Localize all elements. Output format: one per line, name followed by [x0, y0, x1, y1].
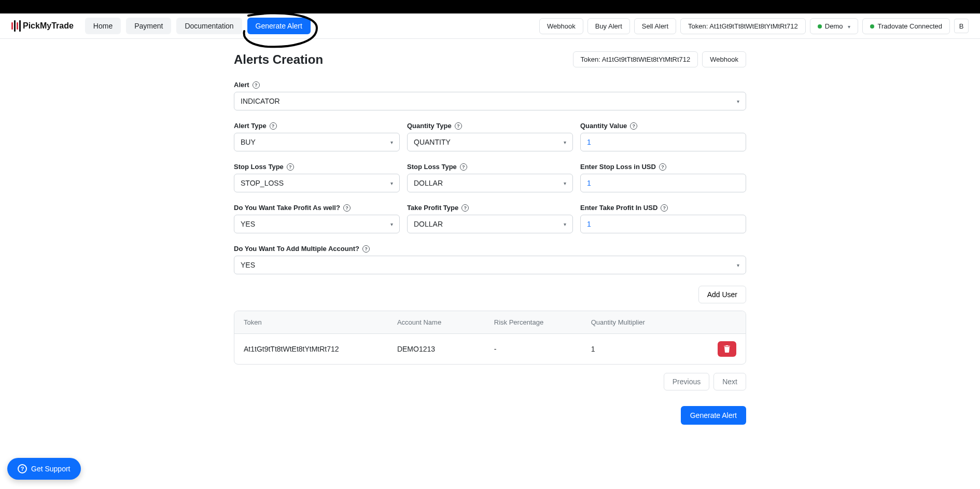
prev-button[interactable]: Previous — [664, 373, 709, 390]
input-take-profit-usd-field[interactable] — [587, 220, 739, 228]
select-quantity-type[interactable]: QUANTITY▾ — [407, 133, 573, 151]
help-icon[interactable]: ? — [460, 163, 467, 171]
input-quantity-value[interactable] — [580, 133, 746, 151]
field-stop-loss-usd: Enter Stop Loss in USD? — [580, 163, 746, 192]
nav-buy-alert[interactable]: Buy Alert — [587, 18, 630, 34]
field-alert: Alert? INDICATOR▾ — [234, 81, 746, 110]
chevron-down-icon: ▾ — [564, 221, 566, 227]
select-stop-loss-type-b[interactable]: DOLLAR▾ — [407, 174, 573, 192]
help-icon[interactable]: ? — [253, 81, 260, 89]
td-token: At1tGt9tTt8tWtEt8tYtMtRt712 — [244, 345, 397, 353]
user-initial: B — [959, 22, 964, 30]
label-take-profit-usd: Enter Take Profit In USD — [580, 204, 657, 212]
status-dot-icon — [870, 24, 874, 29]
nav-left: Home Payment Documentation Generate Aler… — [85, 18, 311, 34]
nav-webhook[interactable]: Webhook — [539, 18, 583, 34]
select-multi-account[interactable]: YES▾ — [234, 256, 746, 274]
label-take-profit-type: Take Profit Type — [407, 204, 458, 212]
help-icon[interactable]: ? — [455, 122, 462, 130]
th-token: Token — [244, 318, 397, 326]
select-stop-loss-type-a[interactable]: STOP_LOSS▾ — [234, 174, 400, 192]
th-account: Account Name — [397, 318, 494, 326]
select-stop-loss-type-b-value: DOLLAR — [414, 179, 443, 187]
nav-sell-alert[interactable]: Sell Alert — [634, 18, 676, 34]
chevron-down-icon: ▾ — [390, 139, 393, 145]
generate-alert-button[interactable]: Generate Alert — [681, 406, 746, 425]
select-take-profit-want[interactable]: YES▾ — [234, 215, 400, 233]
pagination: Previous Next — [234, 373, 746, 390]
page-header-row: Alerts Creation Token: At1tGt9tTt8tWtEt8… — [234, 51, 746, 67]
help-icon[interactable]: ? — [661, 204, 668, 212]
label-stop-loss-usd: Enter Stop Loss in USD — [580, 163, 656, 171]
table-header-row: Token Account Name Risk Percentage Quant… — [234, 311, 746, 333]
chevron-down-icon: ▾ — [564, 180, 566, 186]
select-multi-account-value: YES — [241, 261, 255, 269]
chevron-down-icon: ▾ — [848, 24, 850, 30]
help-icon[interactable]: ? — [287, 163, 294, 171]
nav-documentation[interactable]: Documentation — [176, 18, 242, 34]
input-quantity-value-field[interactable] — [587, 138, 739, 146]
field-take-profit-want: Do You Want Take Profit As well?? YES▾ — [234, 204, 400, 233]
td-qty: 1 — [591, 345, 696, 353]
select-alert[interactable]: INDICATOR▾ — [234, 92, 746, 110]
nav-home[interactable]: Home — [85, 18, 121, 34]
label-take-profit-want: Do You Want Take Profit As well? — [234, 204, 340, 212]
field-multi-account: Do You Want To Add Multiple Account?? YE… — [234, 245, 746, 274]
td-risk: - — [494, 345, 591, 353]
help-icon[interactable]: ? — [659, 163, 666, 171]
next-button[interactable]: Next — [713, 373, 746, 390]
th-risk: Risk Percentage — [494, 318, 591, 326]
chevron-down-icon: ▾ — [390, 221, 393, 227]
environment-label: Demo — [825, 22, 843, 30]
delete-row-button[interactable] — [718, 341, 736, 357]
accounts-table: Token Account Name Risk Percentage Quant… — [234, 311, 746, 365]
select-stop-loss-type-a-value: STOP_LOSS — [241, 179, 284, 187]
help-icon[interactable]: ? — [630, 122, 637, 130]
select-alert-value: INDICATOR — [241, 97, 280, 105]
page-webhook-chip[interactable]: Webhook — [702, 51, 746, 67]
table-row: At1tGt9tTt8tWtEt8tYtMtRt712 DEMO1213 - 1 — [234, 333, 746, 364]
label-stop-loss-type-b: Stop Loss Type — [407, 163, 457, 171]
nav-connection-status[interactable]: Tradovate Connected — [862, 18, 950, 34]
nav-right: Webhook Buy Alert Sell Alert Token: At1t… — [539, 18, 969, 34]
label-quantity-value: Quantity Value — [580, 122, 627, 130]
help-icon[interactable]: ? — [461, 204, 469, 212]
status-dot-icon — [818, 24, 822, 29]
logo-icon — [11, 20, 21, 32]
select-alert-type[interactable]: BUY▾ — [234, 133, 400, 151]
help-icon[interactable]: ? — [270, 122, 277, 130]
label-alert-type: Alert Type — [234, 122, 267, 130]
label-stop-loss-type-a: Stop Loss Type — [234, 163, 284, 171]
add-user-button[interactable]: Add User — [698, 286, 746, 303]
input-stop-loss-usd-field[interactable] — [587, 179, 739, 187]
nav-token-chip[interactable]: Token: At1tGt9tTt8tWtEt8tYtMtRt712 — [680, 18, 806, 34]
label-quantity-type: Quantity Type — [407, 122, 452, 130]
label-multi-account: Do You Want To Add Multiple Account? — [234, 245, 359, 253]
nav-environment-dropdown[interactable]: Demo▾ — [810, 18, 859, 34]
field-stop-loss-type-a: Stop Loss Type? STOP_LOSS▾ — [234, 163, 400, 192]
select-alert-type-value: BUY — [241, 138, 256, 146]
field-quantity-type: Quantity Type? QUANTITY▾ — [407, 122, 573, 151]
browser-black-bar — [0, 0, 980, 13]
select-take-profit-type[interactable]: DOLLAR▾ — [407, 215, 573, 233]
select-take-profit-want-value: YES — [241, 220, 255, 228]
select-take-profit-type-value: DOLLAR — [414, 220, 443, 228]
nav-payment[interactable]: Payment — [126, 18, 171, 34]
user-avatar[interactable]: B — [954, 19, 969, 33]
trash-icon — [724, 345, 730, 353]
label-alert: Alert — [234, 81, 249, 89]
input-stop-loss-usd[interactable] — [580, 174, 746, 192]
input-take-profit-usd[interactable] — [580, 215, 746, 233]
field-quantity-value: Quantity Value? — [580, 122, 746, 151]
field-stop-loss-type-b: Stop Loss Type? DOLLAR▾ — [407, 163, 573, 192]
page-token-chip[interactable]: Token: At1tGt9tTt8tWtEt8tYtMtRt712 — [573, 51, 698, 67]
nav-generate-alert[interactable]: Generate Alert — [247, 18, 311, 34]
help-icon[interactable]: ? — [362, 245, 370, 253]
help-icon[interactable]: ? — [343, 204, 351, 212]
field-take-profit-usd: Enter Take Profit In USD? — [580, 204, 746, 233]
chevron-down-icon: ▾ — [737, 262, 739, 268]
chevron-down-icon: ▾ — [564, 139, 566, 145]
logo[interactable]: PickMyTrade — [11, 20, 74, 32]
top-nav: PickMyTrade Home Payment Documentation G… — [0, 13, 980, 39]
page-title: Alerts Creation — [234, 52, 323, 67]
